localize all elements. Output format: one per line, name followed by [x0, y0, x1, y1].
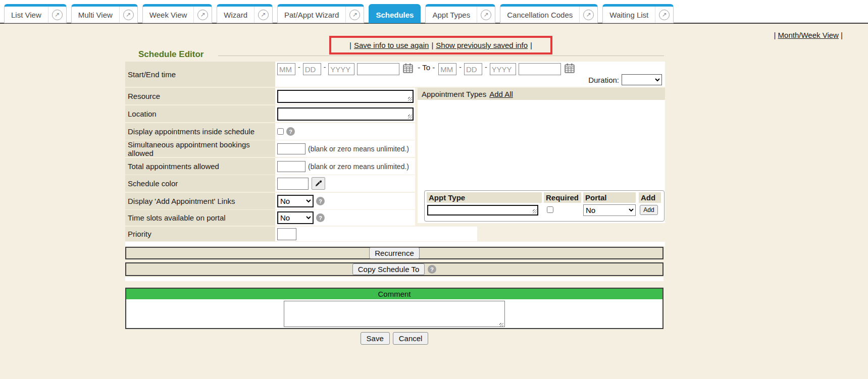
start-month-input[interactable] [277, 63, 295, 75]
eyedropper-icon[interactable] [312, 177, 325, 190]
simultaneous-bookings-cell: (blank or zero means unlimited.) [275, 140, 415, 157]
open-in-new-icon[interactable]: ↗ [119, 7, 137, 23]
end-day-input[interactable] [464, 63, 482, 75]
cancel-button[interactable]: Cancel [393, 332, 429, 345]
portal-select[interactable]: No [583, 204, 636, 216]
pipe: | [349, 41, 351, 49]
open-in-new-icon[interactable]: ↗ [477, 7, 495, 23]
open-in-new-icon[interactable]: ↗ [48, 7, 66, 23]
display-appointments-checkbox[interactable] [277, 128, 284, 135]
tab-label: Multi View [72, 7, 119, 23]
legend-divider [218, 56, 664, 56]
resource-cell [275, 88, 415, 104]
help-icon[interactable]: ? [316, 213, 325, 222]
month-week-view-link[interactable]: Month/Week View [778, 31, 839, 39]
start-day-input[interactable] [303, 63, 321, 75]
appointment-types-panel: Appointment Types Add All Appt Type Requ… [418, 88, 665, 223]
calendar-icon[interactable] [403, 63, 413, 73]
copy-schedule-to-button[interactable]: Copy Schedule To [352, 263, 425, 275]
tab-label: Cancellation Codes [500, 7, 579, 23]
start-time-input[interactable] [357, 63, 399, 75]
tab-list-view[interactable]: List View ↗ [4, 4, 67, 23]
field-label: Start/End time [125, 62, 275, 87]
calendar-icon[interactable] [565, 63, 575, 73]
open-in-new-icon[interactable]: ↗ [193, 7, 212, 23]
priority-input[interactable] [277, 228, 296, 240]
add-button[interactable]: Add [640, 205, 658, 215]
resource-input[interactable] [277, 90, 414, 103]
end-month-input[interactable] [438, 63, 456, 75]
add-appointment-links-cell: No ? [275, 193, 415, 209]
appt-type-input[interactable] [427, 205, 538, 215]
duration-label: Duration: [588, 76, 619, 84]
open-in-new-icon[interactable]: ↗ [254, 7, 272, 23]
time-slots-portal-cell: No ? [275, 210, 415, 226]
copy-schedule-bar: Copy Schedule To ? [125, 262, 663, 276]
schedule-color-input[interactable] [277, 178, 309, 190]
duration-select[interactable] [622, 74, 662, 85]
simultaneous-bookings-input[interactable] [277, 143, 305, 154]
field-label: Time slots available on portal [125, 210, 275, 226]
save-button[interactable]: Save [361, 332, 390, 345]
tab-cancellation-codes[interactable]: Cancellation Codes ↗ [500, 4, 598, 23]
tab-label: Wizard [217, 7, 254, 23]
open-in-new-icon[interactable]: ↗ [579, 7, 597, 23]
help-icon[interactable]: ? [286, 127, 295, 136]
form-actions: Save Cancel [125, 332, 663, 345]
row-resource: Resource [125, 88, 415, 104]
total-appointments-input[interactable] [277, 161, 305, 172]
tab-week-view[interactable]: Week View ↗ [142, 4, 212, 23]
help-icon[interactable]: ? [428, 265, 436, 274]
add-all-link[interactable]: Add All [489, 90, 513, 98]
comment-textarea[interactable] [284, 301, 505, 327]
tab-appt-types[interactable]: Appt Types ↗ [425, 4, 495, 23]
location-input[interactable] [277, 107, 414, 121]
to-label: - To - [417, 63, 436, 72]
start-year-input[interactable] [328, 63, 354, 75]
required-checkbox[interactable] [547, 206, 553, 213]
arrow-up-right-icon: ↗ [659, 10, 670, 20]
tab-multi-view[interactable]: Multi View ↗ [71, 4, 138, 23]
field-label: Schedule color [125, 175, 275, 192]
tab-waiting-list[interactable]: Waiting List ↗ [602, 4, 674, 23]
top-tab-bar: List View ↗ Multi View ↗ Week View ↗ Wiz… [0, 0, 868, 24]
end-year-input[interactable] [490, 63, 516, 75]
row-schedule-color: Schedule color [125, 175, 415, 192]
column-header-appt-type: Appt Type [427, 192, 542, 203]
save-info-link[interactable]: Save info to use again [354, 41, 429, 49]
recurrence-bar: Recurrence [125, 247, 663, 259]
open-in-new-icon[interactable]: ↗ [655, 7, 673, 23]
comment-header: Comment [126, 289, 662, 299]
open-in-new-icon[interactable]: ↗ [345, 7, 364, 23]
duration-field: Duration: [588, 74, 662, 85]
month-week-view-linkbar: | Month/Week View | [774, 31, 843, 39]
pipe: | [431, 41, 433, 49]
appt-type-add-box: Appt Type Required Portal Add No Add [424, 190, 665, 222]
page-title: Schedule Editor [138, 49, 203, 60]
field-label: Display appointments inside schedule [125, 123, 275, 140]
spacer-strip [125, 242, 665, 246]
row-display-appointments: Display appointments inside schedule ? [125, 123, 415, 140]
tab-schedules[interactable]: Schedules [369, 4, 421, 23]
tab-wizard[interactable]: Wizard ↗ [217, 4, 273, 23]
column-header-required: Required [544, 192, 581, 203]
total-appointments-cell: (blank or zero means unlimited.) [275, 158, 415, 175]
time-slots-portal-select[interactable]: No [277, 211, 314, 224]
field-label: Total appointments allowed [125, 158, 275, 175]
date-dash: - [298, 63, 300, 71]
save-info-highlight-box: | Save info to use again | Show previous… [329, 36, 552, 55]
end-time-input[interactable] [519, 63, 561, 75]
pipe: | [530, 41, 532, 49]
tab-label: Appt Types [426, 7, 477, 23]
add-appointment-links-select[interactable]: No [277, 195, 314, 207]
comment-section: Comment [125, 288, 663, 329]
field-label: Simultaneous appointment bookings allowe… [125, 140, 275, 157]
pipe: | [841, 31, 843, 39]
row-priority: Priority [125, 227, 477, 241]
help-icon[interactable]: ? [316, 197, 325, 205]
recurrence-button[interactable]: Recurrence [369, 247, 420, 259]
arrow-up-right-icon: ↗ [123, 10, 134, 20]
tab-pat-appt-wizard[interactable]: Pat/Appt Wizard ↗ [277, 4, 364, 23]
spacer-strip [125, 277, 663, 281]
show-saved-info-link[interactable]: Show previously saved info [436, 41, 528, 49]
